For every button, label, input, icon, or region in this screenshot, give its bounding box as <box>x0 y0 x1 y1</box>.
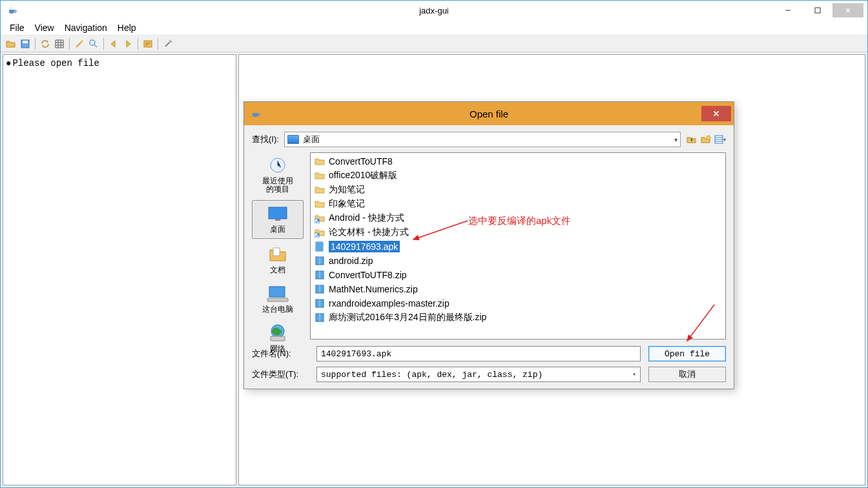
file-item[interactable]: 论文材料 - 快捷方式 <box>311 225 725 239</box>
svg-rect-10 <box>269 207 287 219</box>
place-label: 最近使用 的项目 <box>262 177 293 194</box>
file-item[interactable]: office2010破解版 <box>311 168 725 183</box>
java-icon <box>7 5 19 16</box>
window-title: jadx-gui <box>419 6 449 15</box>
dialog-close-button[interactable] <box>701 106 731 121</box>
menubar: File View Navigation Help <box>1 20 867 36</box>
svg-rect-12 <box>273 248 280 256</box>
toolbar <box>1 36 867 52</box>
svg-point-4 <box>90 40 95 45</box>
file-type-icon <box>315 298 325 309</box>
svg-rect-0 <box>815 8 820 13</box>
menu-view[interactable]: View <box>31 21 58 34</box>
file-item[interactable]: 廊坊测试2016年3月24日前的最终版.zip <box>311 310 725 325</box>
place-recent[interactable]: 最近使用 的项目 <box>252 152 304 198</box>
file-type-icon <box>315 256 325 266</box>
up-folder-icon[interactable] <box>686 134 698 145</box>
filename-label: 文件名(N): <box>252 348 310 360</box>
lookup-value: 桌面 <box>303 134 320 145</box>
menu-navigation[interactable]: Navigation <box>61 21 111 34</box>
file-name: ConvertToUTF8.zip <box>329 270 407 280</box>
filename-input[interactable]: 1402917693.apk <box>316 346 641 361</box>
desktop-icon <box>265 203 290 224</box>
separator <box>103 38 104 50</box>
open-file-dialog: Open file 查找(I): 桌面 ▾ ▾ 最近使用 的项目 <box>243 101 734 389</box>
minimize-button[interactable] <box>773 3 803 17</box>
svg-rect-20 <box>316 242 323 251</box>
file-name: ConvertToUTF8 <box>329 156 393 167</box>
file-item[interactable]: 1402917693.apk <box>311 239 725 254</box>
separator <box>35 38 36 50</box>
filename-row: 文件名(N): 1402917693.apk <box>252 346 641 361</box>
file-type-icon <box>315 312 325 323</box>
file-name: 1402917693.apk <box>329 241 400 252</box>
search-icon[interactable] <box>87 37 100 50</box>
place-desktop[interactable]: 桌面 <box>252 200 304 238</box>
forward-icon[interactable] <box>121 37 134 50</box>
file-name: office2010破解版 <box>329 170 397 181</box>
file-name: 论文材料 - 快捷方式 <box>329 227 409 238</box>
file-name: android.zip <box>329 256 373 266</box>
new-folder-icon[interactable] <box>700 134 712 145</box>
project-tree-panel: ✸ Please open file <box>3 54 236 485</box>
chevron-down-icon: ▾ <box>632 371 636 378</box>
lookup-label: 查找(I): <box>252 134 279 145</box>
file-item[interactable]: 为知笔记 <box>311 183 725 197</box>
chevron-down-icon: ▾ <box>674 136 677 143</box>
menu-file[interactable]: File <box>6 21 28 34</box>
wand-icon[interactable] <box>73 37 86 50</box>
maximize-button[interactable] <box>803 3 832 17</box>
view-mode-icon[interactable]: ▾ <box>714 134 726 145</box>
file-type-icon <box>315 241 325 252</box>
place-label: 桌面 <box>270 225 285 234</box>
svg-point-7 <box>707 136 710 139</box>
place-computer[interactable]: 这台电脑 <box>252 281 304 318</box>
place-label: 这台电脑 <box>262 305 293 314</box>
file-type-icon <box>315 213 325 223</box>
svg-rect-13 <box>269 287 285 297</box>
open-icon[interactable] <box>5 37 17 50</box>
menu-help[interactable]: Help <box>114 21 140 34</box>
file-name: MathNet.Numerics.zip <box>329 284 418 294</box>
filetype-label: 文件类型(T): <box>252 369 310 380</box>
tree-bullet-icon: ✸ <box>6 57 11 68</box>
lookup-select[interactable]: 桌面 ▾ <box>284 132 681 147</box>
window-controls <box>773 3 863 17</box>
file-item[interactable]: ConvertToUTF8 <box>311 154 725 168</box>
settings-icon[interactable] <box>161 37 174 50</box>
recent-icon <box>265 155 290 176</box>
svg-point-3 <box>81 40 83 43</box>
bottom-rows: 文件名(N): 1402917693.apk 文件类型(T): supporte… <box>252 346 726 382</box>
file-type-icon <box>315 270 325 280</box>
file-type-icon <box>315 284 325 294</box>
java-icon <box>251 108 262 119</box>
sync-icon[interactable] <box>39 37 52 50</box>
close-button[interactable] <box>832 3 863 17</box>
log-icon[interactable] <box>141 37 154 50</box>
open-button[interactable]: Open file <box>648 346 726 361</box>
file-item[interactable]: MathNet.Numerics.zip <box>311 282 725 296</box>
lookup-row: 查找(I): 桌面 ▾ ▾ <box>252 132 726 147</box>
file-type-icon <box>315 156 325 167</box>
grid-icon[interactable] <box>53 37 66 50</box>
save-icon[interactable] <box>19 37 32 50</box>
file-item[interactable]: Android - 快捷方式 <box>311 211 725 225</box>
file-item[interactable]: android.zip <box>311 254 725 268</box>
titlebar: jadx-gui <box>1 1 867 20</box>
desktop-icon <box>287 135 299 144</box>
documents-icon <box>265 244 290 265</box>
file-name: Android - 快捷方式 <box>329 212 404 224</box>
computer-icon <box>265 283 290 304</box>
separator <box>158 38 158 50</box>
cancel-button[interactable]: 取消 <box>648 367 726 382</box>
svg-rect-16 <box>271 336 285 341</box>
filetype-select[interactable]: supported files: (apk, dex, jar, class, … <box>316 367 641 382</box>
file-item[interactable]: ConvertToUTF8.zip <box>311 268 725 282</box>
place-documents[interactable]: 文档 <box>252 241 304 278</box>
file-item[interactable]: 印象笔记 <box>311 197 725 211</box>
back-icon[interactable] <box>107 37 120 50</box>
file-list[interactable]: ConvertToUTF8office2010破解版为知笔记印象笔记Androi… <box>310 152 726 340</box>
lookup-toolbar: ▾ <box>686 134 726 145</box>
file-name: 廊坊测试2016年3月24日前的最终版.zip <box>329 312 486 323</box>
file-item[interactable]: rxandroidexamples-master.zip <box>311 296 725 310</box>
